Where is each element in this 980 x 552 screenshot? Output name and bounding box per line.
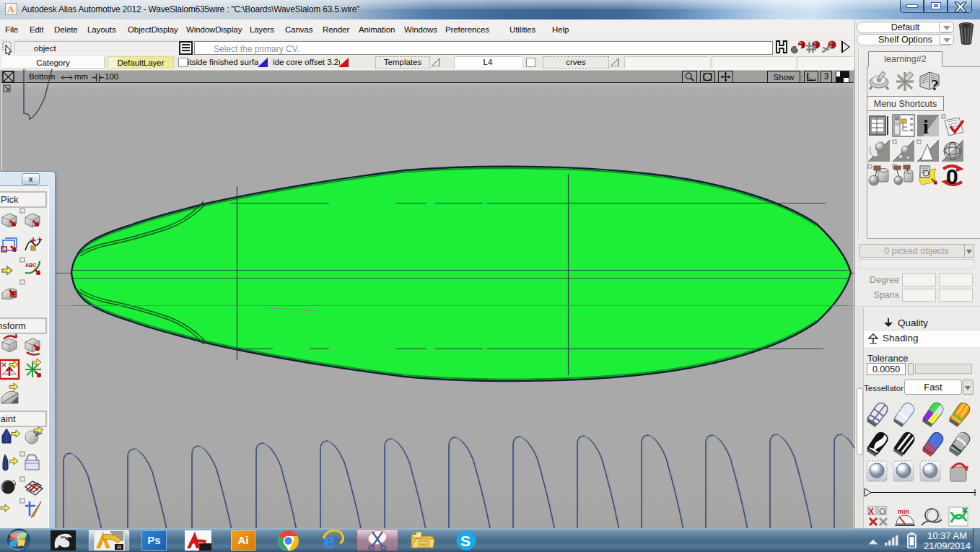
svg-text:?: ? (931, 76, 939, 94)
svg-text:0: 0 (946, 165, 958, 188)
svg-text:Pick: Pick (1, 194, 19, 205)
svg-text:O: O (879, 507, 885, 517)
svg-text:X: X (868, 507, 874, 517)
svg-text:min: min (898, 508, 909, 515)
svg-text:Paint: Paint (0, 413, 16, 424)
svg-text:R: R (118, 544, 122, 551)
svg-text:S: S (460, 533, 471, 549)
svg-text:ABC: ABC (25, 263, 36, 268)
svg-text:Transform: Transform (0, 320, 26, 331)
svg-text:i: i (923, 115, 929, 138)
